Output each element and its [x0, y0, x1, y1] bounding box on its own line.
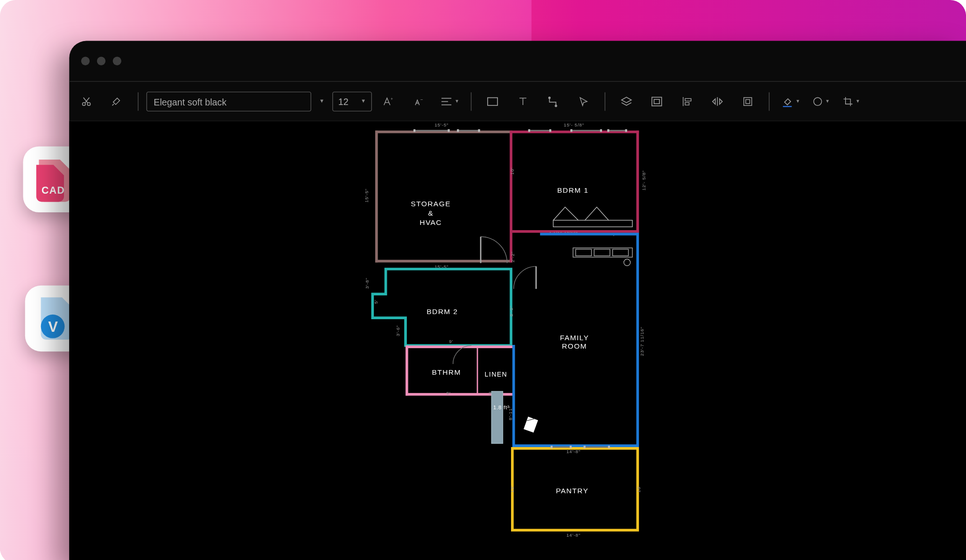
counter-size: 1.8 ft²: [493, 405, 510, 411]
frame-button[interactable]: [735, 88, 761, 115]
svg-point-8: [549, 97, 550, 98]
svg-text:V: V: [48, 319, 58, 335]
connector-tool[interactable]: [540, 88, 567, 115]
flip-button[interactable]: [704, 88, 731, 115]
room-label-linen: LINEN: [485, 371, 508, 378]
pointer-tool[interactable]: [570, 88, 597, 115]
drawing-canvas[interactable]: STORAGE & HVAC 15'-5" 15'-5" 15'-5" BDRM…: [69, 121, 966, 560]
fill-color-button[interactable]: ▼: [777, 88, 804, 115]
svg-point-9: [555, 105, 556, 106]
font-size-value: 12: [338, 91, 349, 111]
svg-rect-16: [553, 220, 633, 227]
dim: 15'- 5/8": [564, 123, 584, 127]
rectangle-tool[interactable]: [479, 88, 506, 115]
dim: 5': [374, 300, 378, 304]
door-arc-1: [478, 234, 510, 266]
text-tool[interactable]: [510, 88, 536, 115]
svg-rect-20: [613, 249, 629, 256]
dim: 15'-5": [434, 123, 448, 127]
dim: 10': [510, 168, 514, 175]
crop-button[interactable]: ▼: [838, 88, 865, 115]
dim: 10': [637, 485, 641, 492]
svg-rect-18: [576, 249, 592, 256]
window-titlebar: [69, 41, 966, 82]
svg-point-4: [87, 102, 90, 105]
shape-button[interactable]: ▼: [808, 88, 834, 115]
dim: 9': [447, 391, 451, 396]
dim: 10': [510, 485, 514, 492]
group-button[interactable]: [644, 88, 670, 115]
floor-plan: STORAGE & HVAC 15'-5" 15'-5" 15'-5" BDRM…: [372, 131, 643, 560]
svg-point-15: [814, 97, 822, 105]
bdrm1-furniture: [552, 202, 635, 229]
layers-button[interactable]: [613, 88, 640, 115]
door-arc-2: [511, 264, 539, 291]
room-label-family: FAMILY ROOM: [560, 334, 589, 351]
svg-rect-10: [652, 97, 662, 105]
room-label-bdrm2: BDRM 2: [427, 307, 458, 315]
dim: 3'-8": [364, 278, 369, 289]
svg-text:CAD: CAD: [42, 185, 65, 196]
family-sofa: [572, 245, 635, 268]
font-family-caret-icon[interactable]: ▼: [315, 98, 328, 105]
svg-rect-12: [744, 97, 752, 105]
door-arc-3: [450, 343, 474, 367]
svg-rect-13: [746, 99, 749, 103]
dim: 23'-7 11/16": [639, 327, 644, 356]
svg-point-21: [624, 259, 630, 266]
app-window: Elegant soft black ▼ 12▼ + − ▼ ▼ ▼ ▼: [69, 41, 966, 560]
svg-text:+: +: [391, 97, 393, 101]
svg-point-3: [83, 102, 85, 105]
dim: 3'-6": [396, 325, 400, 336]
align-menu[interactable]: ▼: [436, 88, 463, 115]
svg-text:−: −: [420, 97, 423, 102]
window-minimize-icon[interactable]: [97, 57, 105, 65]
dim: 14'-8": [567, 533, 581, 538]
room-label-pantry: PANTRY: [556, 487, 588, 495]
room-label-bthrm: BTHRM: [432, 368, 461, 376]
svg-rect-19: [594, 249, 610, 256]
dim: 15'-5": [364, 189, 369, 203]
font-increase-button[interactable]: +: [376, 88, 402, 115]
kitchen-counter[interactable]: [491, 391, 503, 444]
font-family-select[interactable]: Elegant soft black: [147, 91, 311, 111]
format-painter-button[interactable]: [104, 88, 130, 115]
floor-object: [522, 415, 541, 435]
left-align-button[interactable]: [674, 88, 700, 115]
font-size-select[interactable]: 12▼: [332, 91, 372, 111]
cut-button[interactable]: [73, 88, 100, 115]
dim: 2'-2": [511, 251, 515, 262]
window-close-icon[interactable]: [81, 57, 90, 65]
toolbar: Elegant soft black ▼ 12▼ + − ▼ ▼ ▼ ▼: [69, 82, 966, 121]
svg-rect-14: [783, 105, 792, 106]
svg-rect-22: [524, 417, 538, 433]
room-label-storage: STORAGE & HVAC: [411, 199, 451, 227]
window-maximize-icon[interactable]: [113, 57, 121, 65]
svg-rect-7: [488, 98, 497, 105]
dim: 14'-8": [567, 449, 581, 454]
dim: 12'- 5/8": [642, 170, 646, 191]
font-decrease-button[interactable]: −: [406, 88, 433, 115]
room-label-bdrm1: BDRM 1: [557, 186, 588, 194]
svg-rect-11: [654, 99, 659, 103]
font-family-value: Elegant soft black: [154, 97, 226, 107]
